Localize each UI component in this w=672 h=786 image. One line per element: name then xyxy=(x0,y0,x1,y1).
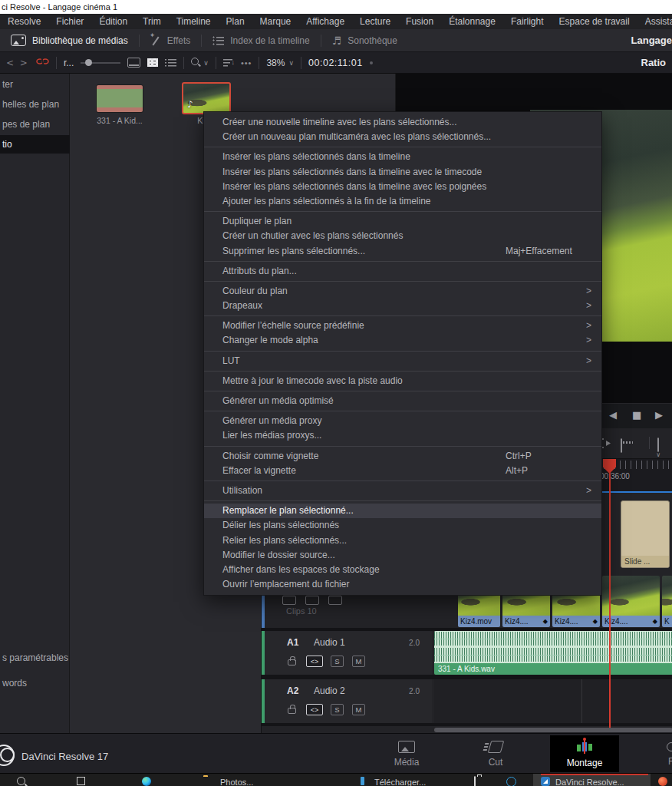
menu--talonnage[interactable]: Étalonnage xyxy=(441,14,503,29)
modification-icon[interactable] xyxy=(658,777,667,786)
store-icon[interactable] xyxy=(474,776,476,786)
context-menu-item[interactable]: Lier les médias proxys... xyxy=(204,428,601,443)
context-menu-item[interactable]: Choisir comme vignetteCtrl+P xyxy=(204,449,601,464)
context-menu-item[interactable]: Créer une nouvelle timeline avec les pla… xyxy=(204,115,601,130)
collapse-chevrons-icon[interactable]: < > xyxy=(6,58,29,68)
mute-button[interactable]: M xyxy=(352,656,365,667)
skype-icon[interactable] xyxy=(506,777,516,786)
sidebar-item[interactable]: ter xyxy=(0,75,70,94)
menu-lecture[interactable]: Lecture xyxy=(352,14,398,29)
timeline-clip-slide[interactable]: Slide ... xyxy=(621,500,670,568)
menu-fichier[interactable]: Fichier xyxy=(48,14,91,29)
context-menu-item[interactable]: Insérer les plans sélectionnés dans la t… xyxy=(204,180,601,194)
downloads-icon[interactable] xyxy=(361,777,364,785)
insert-mode-icon[interactable] xyxy=(601,438,612,451)
menu-resolve[interactable]: Resolve xyxy=(0,14,48,29)
timeline-video-clip[interactable]: K xyxy=(662,576,672,627)
track-button-partial[interactable] xyxy=(282,596,296,605)
panel-tab-timeline-index[interactable]: Index de la timeline xyxy=(202,29,320,52)
context-menu-item[interactable]: Créer un nouveau plan multicaméra avec l… xyxy=(204,130,601,144)
audio-track-1-header[interactable]: A1 Audio 1 2.0 <> S M xyxy=(265,631,432,675)
panel-tab-sound-library[interactable]: ♬Sonothèque xyxy=(321,29,408,52)
track-name[interactable]: Audio 2 xyxy=(314,685,345,696)
davinci-icon[interactable] xyxy=(541,777,550,786)
sidebar-item[interactable]: pes de plan xyxy=(0,115,70,134)
audio-track-2-empty[interactable] xyxy=(434,679,672,723)
razor-tool-icon[interactable] xyxy=(621,438,622,453)
search-icon[interactable] xyxy=(17,777,25,785)
context-menu-item[interactable]: LUT> xyxy=(204,354,601,368)
context-menu-item[interactable]: Relier les plans sélectionnés... xyxy=(204,533,601,548)
audio-clip[interactable]: 331 - A Kids.wav xyxy=(434,631,672,675)
zoom-level-dropdown[interactable]: 38% ∨ xyxy=(266,58,294,68)
lock-track-icon[interactable] xyxy=(288,708,296,714)
task-view-icon[interactable] xyxy=(77,777,85,785)
context-menu-item[interactable]: Ajouter les plans sélectionnés à la fin … xyxy=(204,194,601,209)
edge-icon[interactable] xyxy=(142,777,151,786)
taskbar-item-label[interactable]: DaVinci Resolve... xyxy=(555,778,624,786)
step-back-icon[interactable]: ◀ xyxy=(609,409,617,421)
menu-affichage[interactable]: Affichage xyxy=(298,14,352,29)
auto-select-button[interactable]: <> xyxy=(306,704,323,715)
media-clip-video-selected[interactable]: ♪ xyxy=(182,82,231,114)
timeline-video-clip[interactable]: Kiz4....◆ xyxy=(602,576,660,627)
context-menu-item[interactable]: Drapeaux> xyxy=(204,299,601,313)
sidebar-item[interactable]: tio xyxy=(0,135,70,154)
menu-fusion[interactable]: Fusion xyxy=(398,14,441,29)
grid-view-icon[interactable] xyxy=(147,58,158,67)
playhead-line[interactable] xyxy=(609,459,611,728)
sort-icon[interactable] xyxy=(223,58,234,68)
taskbar-item-label[interactable]: Photos... xyxy=(220,778,253,786)
context-menu-item[interactable]: Couleur du plan> xyxy=(204,284,601,299)
track-button-partial[interactable] xyxy=(305,596,319,605)
sidebar-item[interactable]: s paramétrables xyxy=(0,649,70,667)
slider-knob[interactable] xyxy=(85,59,92,66)
list-view-icon[interactable] xyxy=(165,58,176,67)
context-menu-item[interactable]: Effacer la vignetteAlt+P xyxy=(204,464,601,478)
menu-plan[interactable]: Plan xyxy=(219,14,252,29)
mute-button[interactable]: M xyxy=(352,704,365,715)
thumbnail-size-slider[interactable] xyxy=(81,62,120,64)
context-menu-item[interactable]: Changer le mode alpha> xyxy=(204,333,601,348)
menu-marque[interactable]: Marque xyxy=(252,14,299,29)
menu-timeline[interactable]: Timeline xyxy=(169,14,219,29)
panel-tab-media-library[interactable]: Bibliothèque de médias xyxy=(0,29,139,52)
stop-icon[interactable]: ■ xyxy=(632,409,641,421)
context-menu-item[interactable]: Remplacer le plan sélectionné... xyxy=(204,504,601,518)
menu-fairlight[interactable]: Fairlight xyxy=(503,14,552,29)
page-tab-fu[interactable]: Fu xyxy=(639,735,672,772)
taskbar-item-label[interactable]: Télécharger... xyxy=(374,778,426,786)
filmstrip-view-icon[interactable] xyxy=(127,58,140,68)
context-menu-item[interactable]: Afficher dans les espaces de stockage xyxy=(204,563,601,577)
context-menu-item[interactable]: Attributs du plan... xyxy=(204,264,601,279)
context-menu-item[interactable]: Supprimer les plans sélectionnés...Maj+E… xyxy=(204,244,601,259)
solo-button[interactable]: S xyxy=(331,656,344,667)
context-menu-item[interactable]: Délier les plans sélectionnés xyxy=(204,518,601,533)
track-name[interactable]: Audio 1 xyxy=(314,637,345,648)
sidebar-item[interactable]: helles de plan xyxy=(0,95,70,114)
menu-espace-de-travail[interactable]: Espace de travail xyxy=(552,14,637,29)
context-menu-item[interactable]: Modifier l’échelle source prédéfinie> xyxy=(204,319,601,333)
context-menu-item[interactable]: Insérer les plans sélectionnés dans la t… xyxy=(204,150,601,164)
sidebar-item[interactable]: words xyxy=(0,674,70,692)
timeline-horizontal-scrollbar[interactable] xyxy=(434,728,672,732)
track-button-partial[interactable] xyxy=(328,596,342,605)
page-tab-montage[interactable]: Montage xyxy=(550,735,619,772)
inspector-ratio-label[interactable]: Ratio xyxy=(641,57,667,68)
page-tab-mdia[interactable]: Média xyxy=(372,735,441,772)
context-menu-item[interactable]: Utilisation> xyxy=(204,484,601,498)
menu--dition[interactable]: Édition xyxy=(91,14,135,29)
context-menu-item[interactable]: Dupliquer le plan xyxy=(204,214,601,229)
play-icon[interactable]: ▶ xyxy=(655,409,663,421)
context-menu-item[interactable]: Modifier le dossier source... xyxy=(204,548,601,563)
page-tab-cut[interactable]: Cut xyxy=(461,735,530,772)
context-menu-item[interactable]: Générer un média proxy xyxy=(204,414,601,428)
menu-trim[interactable]: Trim xyxy=(135,14,169,29)
context-menu-item[interactable]: Ouvrir l’emplacement du fichier xyxy=(204,577,601,592)
auto-select-button[interactable]: <> xyxy=(306,656,323,667)
lock-track-icon[interactable] xyxy=(288,659,296,665)
context-menu-item[interactable]: Insérer les plans sélectionnés dans la t… xyxy=(204,165,601,180)
context-menu-item[interactable]: Générer un média optimisé xyxy=(204,394,601,408)
menu-assistance[interactable]: Assistance xyxy=(637,14,672,29)
context-menu-item[interactable]: Mettre à jour le timecode avec la piste … xyxy=(204,374,601,388)
